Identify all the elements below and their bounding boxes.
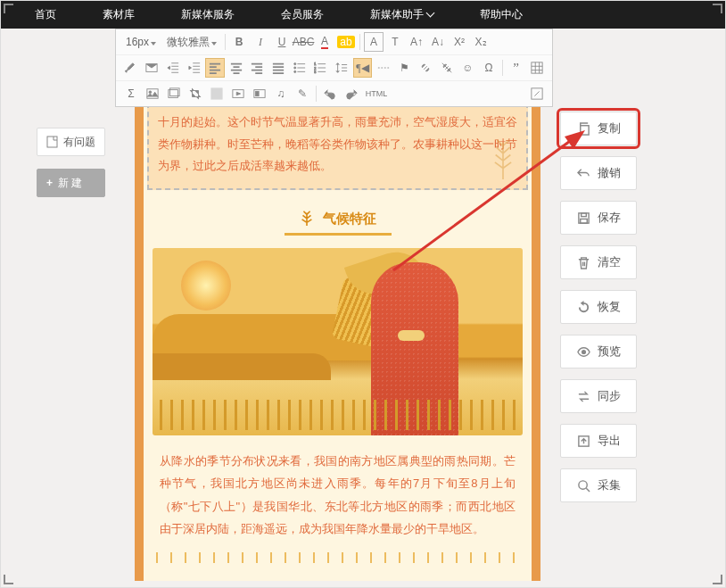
editor-toolbar: 16px 微软雅黑 B I U ABC A ab A T A↑ A↓ X² X₂ [115,29,553,107]
undo-icon [577,167,590,180]
copy-button[interactable]: 复制 [560,112,637,145]
align-center-icon[interactable] [227,58,246,78]
text-tool-icon[interactable]: T [385,32,405,52]
edit-box-icon[interactable] [527,84,547,104]
background-icon[interactable] [207,84,227,104]
svg-point-1 [293,63,295,65]
envelope-icon[interactable] [143,58,162,78]
nav-assistant[interactable]: 新媒体助手 [347,1,457,29]
bold-icon[interactable]: B [229,32,249,52]
nav-newmedia-service[interactable]: 新媒体服务 [158,1,258,29]
unlink-icon[interactable] [437,58,457,78]
image-icon[interactable] [143,84,162,104]
quote-icon[interactable]: ” [507,58,526,78]
save-icon [577,211,590,225]
svg-rect-15 [256,91,260,95]
eye-icon [577,345,590,359]
align-justify-icon[interactable] [268,58,288,78]
title-underline [285,233,392,236]
selected-text: 十月的起始。这个时节气温显著升高，雨量充沛，空气湿度大，适宜谷类作物耕种。时至芒… [158,115,517,172]
editor-canvas[interactable]: 十月的起始。这个时节气温显著升高，雨量充沛，空气湿度大，适宜谷类作物耕种。时至芒… [135,99,540,581]
number-list-icon[interactable]: 123 [310,58,330,78]
copy-icon [577,122,590,136]
anchor-icon[interactable]: ⚑ [395,58,415,78]
illustration-image [153,248,523,435]
card-icon[interactable] [250,84,269,104]
multi-image-icon[interactable] [164,84,184,104]
wheat-icon [487,135,519,179]
restore-icon [577,301,590,314]
align-left-icon[interactable] [205,58,225,78]
svg-rect-20 [580,125,588,134]
pagebreak-icon[interactable] [374,58,393,78]
action-sidebar: 复制 撤销 保存 清空 恢复 预览 同步 导出 采集 [560,112,637,502]
italic-icon[interactable]: I [251,32,270,52]
top-nav: 首页 素材库 新媒体服务 会员服务 新媒体助手 帮助中心 [1,1,725,29]
special-char-icon[interactable]: Ω [479,58,499,78]
undo-button[interactable]: 撤销 [560,156,637,190]
superscript-icon[interactable]: X² [450,32,469,52]
emoji-icon[interactable]: ☺ [458,58,478,78]
selected-text-block[interactable]: 十月的起始。这个时节气温显著升高，雨量充沛，空气湿度大，适宜谷类作物耕种。时至芒… [147,103,528,190]
sync-button[interactable]: 同步 [560,379,637,413]
restore-button[interactable]: 恢复 [560,290,637,324]
font-increase-icon[interactable]: A↑ [407,32,426,52]
plus-icon: + [46,177,53,189]
strike-icon[interactable]: ABC [293,32,313,52]
outdent-icon[interactable] [163,58,183,78]
eyedropper-icon[interactable] [121,58,141,78]
highlight-icon[interactable]: ab [336,32,356,52]
svg-rect-12 [211,88,222,99]
font-family-select[interactable]: 微软雅黑 [162,34,221,51]
redo-icon[interactable] [342,84,361,104]
svg-rect-23 [580,219,587,223]
section-title: 气候特征 [144,210,532,228]
nav-help[interactable]: 帮助中心 [457,1,546,29]
has-issue-button[interactable]: 有问题 [37,128,105,156]
font-decrease-icon[interactable]: A↓ [428,32,448,52]
svg-point-26 [578,480,586,488]
svg-point-24 [582,350,585,353]
chevron-down-icon [426,9,435,18]
subscript-icon[interactable]: X₂ [471,32,491,52]
paragraph-icon[interactable]: ¶◀ [353,58,373,78]
preview-button[interactable]: 预览 [560,335,637,369]
export-icon [577,435,590,448]
new-button[interactable]: + 新 建 [37,169,105,197]
nav-materials[interactable]: 素材库 [79,1,158,29]
edit-icon[interactable]: ✎ [293,84,312,104]
text-color-icon[interactable]: A [315,32,334,52]
nav-home[interactable]: 首页 [12,1,79,29]
collect-button[interactable]: 采集 [560,468,637,502]
underline-icon[interactable]: U [272,32,292,52]
text-style-a-icon[interactable]: A [364,32,384,52]
line-height-icon[interactable] [332,58,351,78]
link-icon[interactable] [416,58,435,78]
table-icon[interactable] [527,58,547,78]
document-icon [46,136,58,148]
undo-icon[interactable] [320,84,340,104]
align-right-icon[interactable] [248,58,268,78]
body-paragraph: 从降水的季节分布状况来看，我国的南方地区属典型的雨热同期。芒种节气，我国北方地区… [160,450,516,540]
svg-point-2 [293,67,295,69]
video-icon[interactable] [228,84,248,104]
indent-icon[interactable] [185,58,204,78]
sigma-icon[interactable]: Σ [121,84,141,104]
html-source-button[interactable]: HTML [363,84,390,104]
clear-button[interactable]: 清空 [560,245,637,279]
ornament-divider [156,552,519,563]
font-size-select[interactable]: 16px [121,35,161,49]
save-button[interactable]: 保存 [560,201,637,235]
export-button[interactable]: 导出 [560,424,637,458]
crop-icon[interactable] [186,84,205,104]
music-icon[interactable]: ♫ [271,84,291,104]
search-icon [577,479,590,493]
svg-point-9 [149,91,152,94]
bullet-list-icon[interactable] [290,58,309,78]
sync-icon [577,390,590,403]
svg-point-3 [293,70,295,72]
has-issue-label: 有问题 [63,135,95,150]
nav-member[interactable]: 会员服务 [258,1,347,29]
svg-rect-7 [532,62,542,73]
svg-rect-22 [581,212,586,216]
